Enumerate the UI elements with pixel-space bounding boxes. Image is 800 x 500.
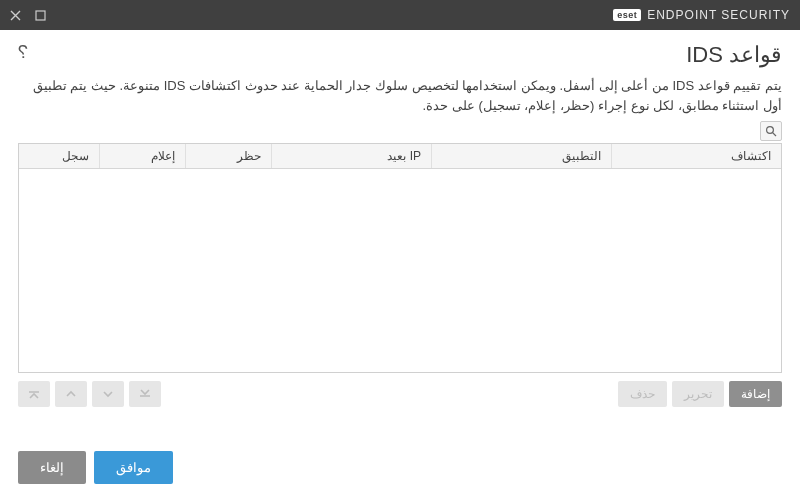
col-block[interactable]: حظر: [185, 144, 271, 168]
chevron-top-icon: [27, 388, 41, 400]
svg-rect-0: [36, 11, 45, 20]
edit-button: تحرير: [672, 381, 724, 407]
move-bottom-button: [129, 381, 161, 407]
search-icon: [765, 125, 777, 137]
table-body: [19, 169, 781, 372]
page-title: قواعد IDS: [686, 42, 782, 68]
svg-line-2: [773, 133, 776, 136]
search-button[interactable]: [760, 121, 782, 141]
brand-name: ENDPOINT SECURITY: [647, 8, 790, 22]
maximize-icon[interactable]: [35, 10, 46, 21]
help-icon[interactable]: ?: [18, 42, 28, 63]
svg-point-1: [767, 127, 774, 134]
add-button[interactable]: إضافة: [729, 381, 782, 407]
col-remote-ip[interactable]: IP بعيد: [271, 144, 431, 168]
ok-button[interactable]: موافق: [94, 451, 173, 484]
col-detection[interactable]: اكتشاف: [611, 144, 781, 168]
close-icon[interactable]: [10, 10, 21, 21]
brand-badge: eset: [613, 9, 641, 21]
col-application[interactable]: التطبيق: [431, 144, 611, 168]
brand: eset ENDPOINT SECURITY: [613, 8, 790, 22]
page-description: يتم تقييم قواعد IDS من أعلى إلى أسفل. وي…: [18, 76, 782, 115]
chevron-up-icon: [64, 388, 78, 400]
move-top-button: [18, 381, 50, 407]
move-down-button: [92, 381, 124, 407]
rules-table: اكتشاف التطبيق IP بعيد حظر إعلام سجل: [18, 143, 782, 373]
table-header: اكتشاف التطبيق IP بعيد حظر إعلام سجل: [19, 144, 781, 169]
chevron-down-icon: [101, 388, 115, 400]
titlebar: eset ENDPOINT SECURITY: [0, 0, 800, 30]
chevron-bottom-icon: [138, 388, 152, 400]
col-notify[interactable]: إعلام: [99, 144, 185, 168]
move-up-button: [55, 381, 87, 407]
col-log[interactable]: سجل: [19, 144, 99, 168]
delete-button: حذف: [618, 381, 667, 407]
cancel-button[interactable]: إلغاء: [18, 451, 86, 484]
